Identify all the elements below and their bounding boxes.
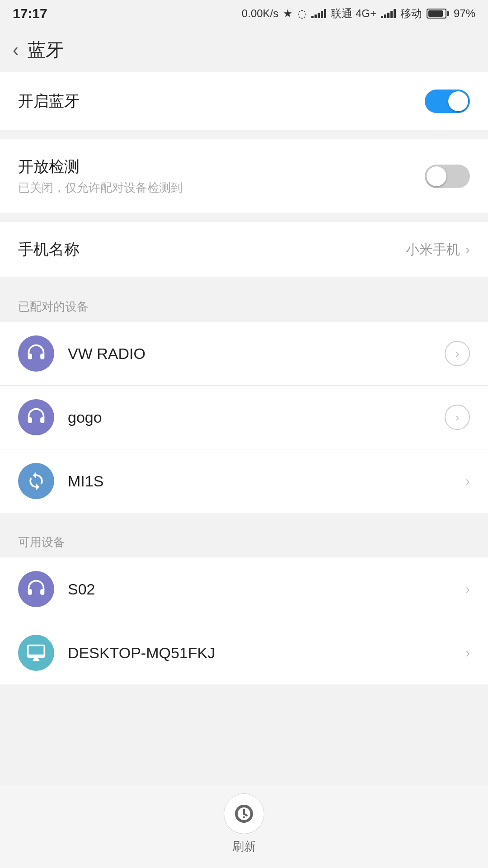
detection-label-block: 开放检测 已关闭，仅允许配对设备检测到 — [18, 156, 183, 196]
status-bar: 17:17 0.00K/s ★ ◌ 联通 4G+ 移动 97% — [0, 0, 488, 27]
device-row-mi1s[interactable]: MI1S › — [0, 449, 488, 513]
bluetooth-icon: ★ — [283, 7, 293, 20]
signal-bars-1 — [311, 9, 326, 18]
paired-section-header: 已配对的设备 — [0, 286, 488, 322]
status-time: 17:17 — [13, 6, 47, 21]
battery-icon — [427, 9, 449, 19]
carrier1: 联通 4G+ — [331, 6, 376, 21]
phone-name-row[interactable]: 手机名称 小米手机 › — [0, 222, 488, 277]
s02-icon — [18, 571, 54, 607]
headphone-icon-3 — [26, 579, 46, 599]
refresh-icon — [233, 803, 255, 825]
bluetooth-toggle-track — [425, 90, 470, 113]
available-devices-list: S02 › DESKTOP-MQ51FKJ › — [0, 557, 488, 684]
detection-sublabel: 已关闭，仅允许配对设备检测到 — [18, 180, 183, 196]
device-row-s02[interactable]: S02 › — [0, 557, 488, 621]
phone-name-value: 小米手机 — [406, 241, 460, 259]
desktop-chevron: › — [465, 645, 470, 660]
vw-radio-icon — [18, 335, 54, 372]
carrier2: 移动 — [400, 6, 422, 21]
page-header: ‹ 蓝牙 — [0, 27, 488, 72]
detection-toggle[interactable] — [425, 165, 470, 188]
bluetooth-section: 开启蓝牙 — [0, 72, 488, 130]
vw-radio-name: VW RADIO — [68, 345, 431, 363]
phone-name-chevron: › — [465, 242, 470, 257]
sync-icon — [26, 471, 46, 491]
headphone-icon — [26, 344, 46, 363]
available-section-header: 可用设备 — [0, 522, 488, 557]
vw-radio-settings-btn[interactable]: › — [445, 341, 470, 366]
gogo-icon — [18, 399, 54, 435]
battery-percent: 97% — [454, 7, 475, 20]
phone-name-label: 手机名称 — [18, 239, 80, 260]
gogo-chevron-icon: › — [455, 410, 460, 425]
network-speed: 0.00K/s — [242, 7, 278, 20]
desktop-icon — [18, 635, 54, 671]
refresh-label: 刷新 — [232, 839, 256, 854]
svg-line-2 — [244, 814, 247, 816]
signal-bars-2 — [381, 9, 396, 18]
gogo-settings-btn[interactable]: › — [445, 405, 470, 430]
content: 开启蓝牙 开放检测 已关闭，仅允许配对设备检测到 手机名称 — [0, 72, 488, 766]
phone-name-section: 手机名称 小米手机 › — [0, 222, 488, 277]
device-row-desktop[interactable]: DESKTOP-MQ51FKJ › — [0, 621, 488, 684]
device-row-vw-radio[interactable]: VW RADIO › — [0, 322, 488, 386]
headphone-icon-2 — [26, 407, 46, 427]
device-row-gogo[interactable]: gogo › — [0, 386, 488, 449]
detection-toggle-thumb — [427, 166, 446, 186]
detection-section: 开放检测 已关闭，仅允许配对设备检测到 — [0, 139, 488, 213]
detection-toggle-track — [425, 165, 470, 188]
mi1s-name: MI1S — [68, 472, 452, 490]
gogo-name: gogo — [68, 409, 431, 426]
paired-devices-list: VW RADIO › gogo › MI1S — [0, 322, 488, 513]
detection-label: 开放检测 — [18, 156, 183, 177]
desktop-computer-icon — [26, 643, 46, 663]
s02-chevron: › — [465, 581, 470, 597]
bluetooth-toggle-thumb — [448, 91, 468, 111]
vw-radio-chevron-icon: › — [455, 347, 460, 361]
bottom-bar: 刷新 — [0, 784, 488, 868]
bluetooth-label-block: 开启蓝牙 — [18, 91, 80, 112]
bluetooth-label: 开启蓝牙 — [18, 91, 80, 112]
status-right: 0.00K/s ★ ◌ 联通 4G+ 移动 97% — [242, 6, 475, 21]
s02-name: S02 — [68, 580, 452, 598]
open-detection-row[interactable]: 开放检测 已关闭，仅允许配对设备检测到 — [0, 139, 488, 213]
desktop-name: DESKTOP-MQ51FKJ — [68, 644, 452, 662]
mi1s-icon — [18, 463, 54, 499]
refresh-button[interactable] — [224, 793, 264, 834]
alarm-icon: ◌ — [297, 7, 307, 20]
phone-name-right: 小米手机 › — [406, 241, 470, 259]
page-title: 蓝牙 — [28, 38, 64, 62]
mi1s-chevron: › — [465, 473, 470, 489]
bluetooth-toggle-row[interactable]: 开启蓝牙 — [0, 72, 488, 130]
back-button[interactable]: ‹ — [13, 40, 19, 60]
bluetooth-toggle[interactable] — [425, 90, 470, 113]
